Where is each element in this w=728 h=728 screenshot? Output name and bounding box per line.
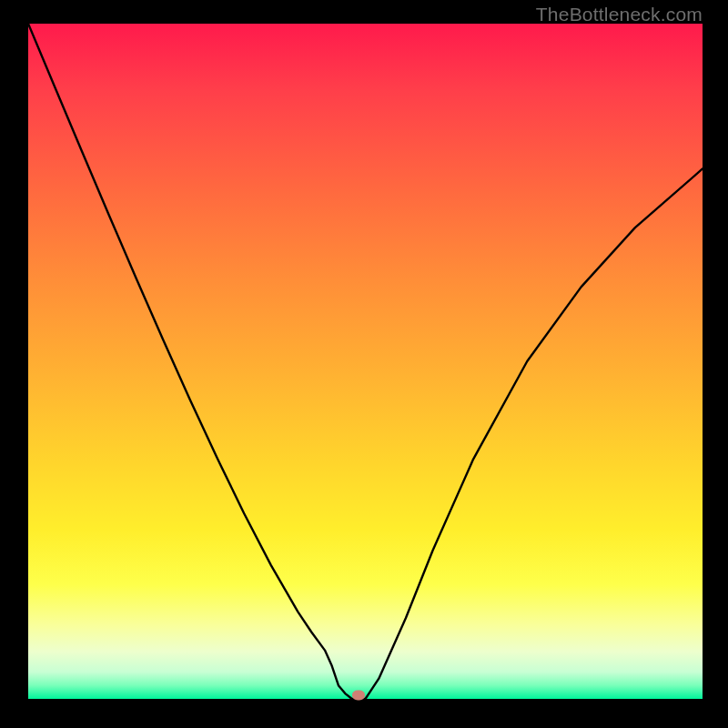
bottleneck-curve bbox=[28, 24, 703, 699]
minimum-point-marker bbox=[352, 691, 365, 701]
plot-area bbox=[28, 24, 703, 699]
chart-frame: TheBottleneck.com bbox=[0, 0, 728, 728]
watermark-text: TheBottleneck.com bbox=[536, 4, 703, 25]
